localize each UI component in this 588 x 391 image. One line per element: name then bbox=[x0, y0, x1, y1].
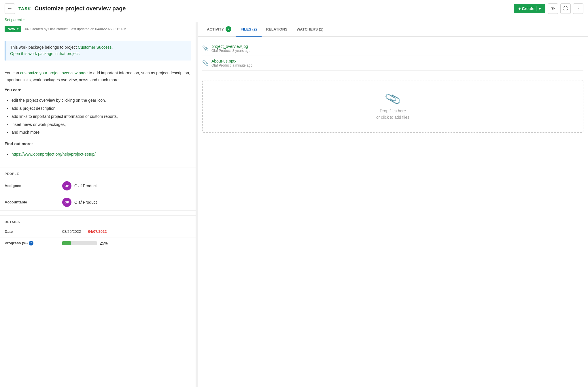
people-section-header: PEOPLE bbox=[0, 167, 196, 178]
file-time: 3 years ago bbox=[232, 49, 251, 53]
drop-zone-text: Drop files here or click to add files bbox=[376, 108, 409, 121]
assignee-row: Assignee OP Olaf Product bbox=[0, 178, 196, 194]
file-time: a minute ago bbox=[232, 63, 252, 67]
project-link[interactable]: Customer Success. bbox=[78, 45, 113, 50]
file-item-info: About-us.pptx Olaf Product a minute ago bbox=[211, 59, 252, 67]
list-item: insert news or work packages, bbox=[12, 121, 191, 128]
status-badge[interactable]: New ▾ bbox=[5, 26, 21, 32]
details-section-header: DETAILS bbox=[0, 215, 196, 226]
file-drop-zone[interactable]: 📎 Drop files here or click to add files bbox=[202, 80, 583, 133]
tab-files[interactable]: FILES (2) bbox=[236, 22, 261, 37]
list-item: add links to important project informati… bbox=[12, 113, 191, 120]
expand-button[interactable]: ⛶ bbox=[560, 3, 571, 14]
description-section: You can customize your project overview … bbox=[0, 65, 196, 163]
tab-watchers[interactable]: WATCHERS (1) bbox=[292, 22, 328, 37]
eye-icon: 👁 bbox=[551, 6, 555, 11]
progress-percent: 25% bbox=[100, 241, 108, 245]
more-icon: ⋮ bbox=[576, 6, 581, 11]
file-meta: Olaf Product a minute ago bbox=[211, 63, 252, 67]
date-row: Date 03/29/2022 - 04/07/2022 bbox=[0, 226, 196, 237]
back-button[interactable]: ← bbox=[5, 3, 15, 14]
file-item: 📎 project_overview.jpg Olaf Product 3 ye… bbox=[202, 41, 583, 56]
progress-bar-fill bbox=[62, 241, 71, 245]
task-title: Customize project overview page bbox=[35, 5, 126, 12]
tab-activity[interactable]: ACTIVITY 2 bbox=[202, 22, 236, 37]
accountable-value: OP Olaf Product bbox=[62, 198, 97, 207]
customize-link[interactable]: customize your project overview page bbox=[20, 71, 88, 75]
expand-icon: ⛶ bbox=[563, 6, 568, 11]
progress-value: 25% bbox=[62, 241, 108, 245]
status-bar: New ▾ #4: Created by Olaf Product. Last … bbox=[0, 22, 196, 36]
help-links-list: https://www.openproject.org/help/project… bbox=[5, 151, 191, 158]
you-can-label: You can: bbox=[5, 88, 21, 92]
file-author: Olaf Product bbox=[211, 63, 231, 67]
assignee-value: OP Olaf Product bbox=[62, 181, 97, 190]
description-intro: You can customize your project overview … bbox=[5, 70, 191, 84]
info-box: This work package belongs to project Cus… bbox=[5, 41, 191, 61]
assignee-label: Assignee bbox=[5, 184, 62, 188]
progress-row: Progress (%) ? 25% bbox=[0, 237, 196, 249]
top-bar-right: + Create ▾ 👁 ⛶ ⋮ bbox=[514, 3, 583, 14]
progress-help-icon[interactable]: ? bbox=[29, 241, 33, 245]
main-layout: New ▾ #4: Created by Olaf Product. Last … bbox=[0, 22, 588, 387]
description-list: edit the project overview by clicking on… bbox=[5, 97, 191, 136]
file-name-link[interactable]: About-us.pptx bbox=[211, 59, 236, 63]
back-icon: ← bbox=[7, 5, 12, 12]
more-button[interactable]: ⋮ bbox=[573, 3, 583, 14]
date-separator: - bbox=[84, 229, 85, 234]
list-item: edit the project overview by clicking on… bbox=[12, 97, 191, 104]
tab-activity-badge: 2 bbox=[226, 26, 231, 32]
date-label: Date bbox=[5, 229, 62, 234]
date-start: 03/29/2022 bbox=[62, 229, 81, 234]
accountable-avatar: OP bbox=[62, 198, 71, 207]
create-dropdown-arrow: ▾ bbox=[536, 6, 541, 11]
drop-zone-icon: 📎 bbox=[384, 90, 402, 107]
top-bar-left: ← TASK Customize project overview page bbox=[5, 3, 126, 14]
file-name-link[interactable]: project_overview.jpg bbox=[211, 44, 248, 49]
file-paperclip-icon: 📎 bbox=[202, 60, 209, 66]
progress-container: 25% bbox=[62, 241, 108, 245]
open-in-project-link[interactable]: Open this work package in that project. bbox=[10, 51, 80, 56]
right-panel: ACTIVITY 2 FILES (2) RELATIONS WATCHERS … bbox=[198, 22, 588, 387]
create-button[interactable]: + Create ▾ bbox=[514, 4, 545, 13]
date-end: 04/07/2022 bbox=[88, 229, 107, 234]
progress-bar-wrap bbox=[62, 241, 97, 245]
file-meta: Olaf Product 3 years ago bbox=[211, 49, 250, 53]
list-item: add a project description, bbox=[12, 105, 191, 112]
accountable-name: Olaf Product bbox=[74, 200, 97, 205]
status-label: New bbox=[7, 27, 15, 31]
file-item: 📎 About-us.pptx Olaf Product a minute ag… bbox=[202, 56, 583, 71]
tab-relations-label: RELATIONS bbox=[266, 27, 288, 31]
file-paperclip-icon: 📎 bbox=[202, 45, 209, 52]
info-text-before: This work package belongs to project bbox=[10, 45, 78, 50]
accountable-label: Accountable bbox=[5, 200, 62, 204]
help-link[interactable]: https://www.openproject.org/help/project… bbox=[12, 152, 96, 156]
tab-files-label: FILES (2) bbox=[241, 27, 257, 31]
watch-button[interactable]: 👁 bbox=[548, 3, 558, 14]
file-item-info: project_overview.jpg Olaf Product 3 year… bbox=[211, 44, 250, 53]
accountable-row: Accountable OP Olaf Product bbox=[0, 194, 196, 211]
tab-relations[interactable]: RELATIONS bbox=[262, 22, 292, 37]
status-dropdown-arrow: ▾ bbox=[17, 27, 18, 31]
date-value: 03/29/2022 - 04/07/2022 bbox=[62, 229, 107, 234]
progress-label-wrap: Progress (%) ? bbox=[5, 241, 62, 245]
status-meta: #4: Created by Olaf Product. Last update… bbox=[25, 27, 127, 31]
left-panel: New ▾ #4: Created by Olaf Product. Last … bbox=[0, 22, 196, 387]
assignee-name: Olaf Product bbox=[74, 184, 97, 188]
file-author: Olaf Product bbox=[211, 49, 231, 53]
create-label: + Create bbox=[518, 6, 534, 11]
top-bar: ← TASK Customize project overview page +… bbox=[0, 0, 588, 17]
tab-activity-label: ACTIVITY bbox=[207, 27, 224, 31]
progress-label: Progress (%) bbox=[5, 241, 28, 245]
tabs-bar: ACTIVITY 2 FILES (2) RELATIONS WATCHERS … bbox=[198, 22, 588, 37]
task-type-badge: TASK bbox=[18, 6, 31, 11]
tab-watchers-label: WATCHERS (1) bbox=[297, 27, 324, 31]
files-list: 📎 project_overview.jpg Olaf Product 3 ye… bbox=[198, 37, 588, 75]
list-item: and much more. bbox=[12, 129, 191, 136]
find-out-more-label: Find out more: bbox=[5, 141, 33, 146]
assignee-avatar: OP bbox=[62, 181, 71, 190]
